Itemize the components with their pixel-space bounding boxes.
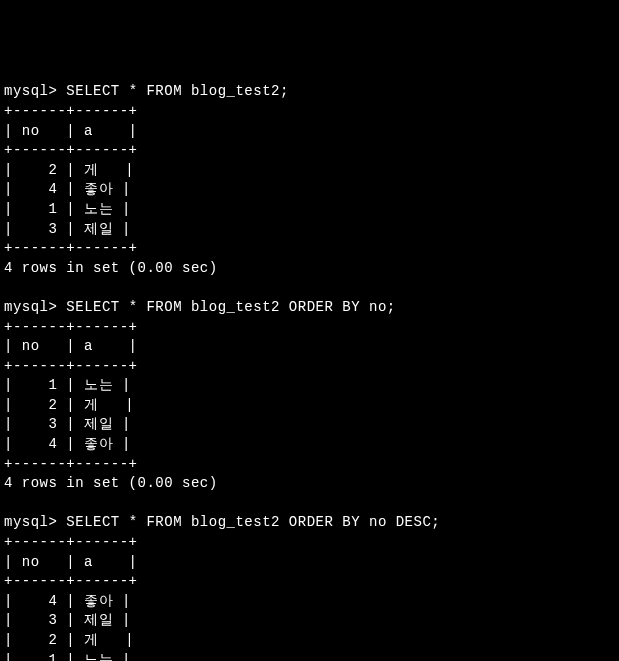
cell-no: 4 xyxy=(49,436,58,452)
query-block-1: mysql> SELECT * FROM blog_test2; +------… xyxy=(4,83,289,275)
table-row: | 2 | 게 | xyxy=(4,162,134,178)
prompt: mysql> xyxy=(4,299,57,315)
result-footer: 4 rows in set (0.00 sec) xyxy=(4,260,218,276)
cell-a: 노는 xyxy=(84,201,113,217)
prompt: mysql> xyxy=(4,514,57,530)
cell-a: 좋아 xyxy=(84,181,113,197)
table-row: | 3 | 제일 | xyxy=(4,221,131,237)
cell-a: 게 xyxy=(84,397,99,413)
table-row: | 3 | 제일 | xyxy=(4,416,131,432)
table-row: | 2 | 게 | xyxy=(4,632,134,648)
table-row: | 3 | 제일 | xyxy=(4,612,131,628)
cell-no: 3 xyxy=(49,416,58,432)
cell-a: 게 xyxy=(84,632,99,648)
table-border: +------+------+ xyxy=(4,534,138,550)
sql-query: SELECT * FROM blog_test2 ORDER BY no; xyxy=(66,299,395,315)
cell-no: 3 xyxy=(49,612,58,628)
table-header: | no | a | xyxy=(4,123,138,139)
table-border: +------+------+ xyxy=(4,103,138,119)
table-border: +------+------+ xyxy=(4,240,138,256)
sql-query: SELECT * FROM blog_test2; xyxy=(66,83,289,99)
table-header: | no | a | xyxy=(4,338,138,354)
table-border: +------+------+ xyxy=(4,573,138,589)
table-header: | no | a | xyxy=(4,554,138,570)
table-row: | 1 | 노는 | xyxy=(4,652,131,661)
query-block-2: mysql> SELECT * FROM blog_test2 ORDER BY… xyxy=(4,299,396,491)
cell-no: 4 xyxy=(49,593,58,609)
table-row: | 1 | 노는 | xyxy=(4,377,131,393)
cell-a: 제일 xyxy=(84,612,113,628)
cell-a: 제일 xyxy=(84,416,113,432)
table-row: | 4 | 좋아 | xyxy=(4,181,131,197)
cell-no: 2 xyxy=(49,397,58,413)
cell-a: 제일 xyxy=(84,221,113,237)
table-row: | 1 | 노는 | xyxy=(4,201,131,217)
sql-query: SELECT * FROM blog_test2 ORDER BY no DES… xyxy=(66,514,440,530)
cell-no: 2 xyxy=(49,162,58,178)
cell-no: 1 xyxy=(49,377,58,393)
terminal-output: mysql> SELECT * FROM blog_test2; +------… xyxy=(4,82,615,661)
cell-a: 게 xyxy=(84,162,99,178)
table-border: +------+------+ xyxy=(4,358,138,374)
query-block-3: mysql> SELECT * FROM blog_test2 ORDER BY… xyxy=(4,514,440,661)
cell-no: 2 xyxy=(49,632,58,648)
cell-a: 노는 xyxy=(84,652,113,661)
cell-a: 좋아 xyxy=(84,593,113,609)
table-border: +------+------+ xyxy=(4,456,138,472)
result-footer: 4 rows in set (0.00 sec) xyxy=(4,475,218,491)
table-row: | 4 | 좋아 | xyxy=(4,436,131,452)
cell-no: 3 xyxy=(49,221,58,237)
table-border: +------+------+ xyxy=(4,319,138,335)
table-row: | 4 | 좋아 | xyxy=(4,593,131,609)
table-border: +------+------+ xyxy=(4,142,138,158)
cell-no: 1 xyxy=(49,201,58,217)
table-row: | 2 | 게 | xyxy=(4,397,134,413)
cell-a: 좋아 xyxy=(84,436,113,452)
cell-no: 1 xyxy=(49,652,58,661)
cell-a: 노는 xyxy=(84,377,113,393)
cell-no: 4 xyxy=(49,181,58,197)
prompt: mysql> xyxy=(4,83,57,99)
